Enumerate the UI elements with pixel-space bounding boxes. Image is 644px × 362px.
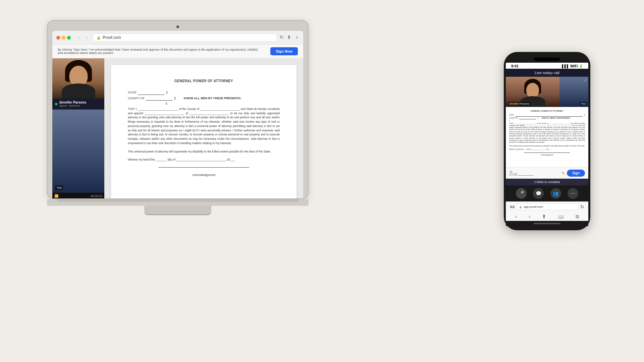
- signature-line: [158, 167, 250, 168]
- browser-actions: ↻ ⬆ ＋: [280, 35, 299, 41]
- you-video: You: [52, 110, 104, 193]
- jennifer-photo: [52, 58, 104, 99]
- know-all-text: KNOW ALL MEN BY THESE PRESENTS:: [184, 96, 241, 101]
- phone-doc-universal: This universal power of attorney will su…: [509, 145, 585, 147]
- phone-edit-icon[interactable]: ✏️: [561, 172, 565, 175]
- video-bar-icon: 📶: [54, 194, 58, 198]
- document-area: GENERAL POWER OF ATTORNEY STATE § COUNTY…: [104, 58, 303, 198]
- doc-paragraph-1: THAT I, _________________________ of the…: [128, 107, 280, 145]
- sign-button-area: ✏️ Sign: [561, 170, 585, 177]
- home-indicator-area: [506, 221, 588, 226]
- laptop-screen-outer: ‹ › 🔒 Proof.com ↻ ⬆ ＋ By clicking: [47, 20, 309, 199]
- sign-now-button[interactable]: Sign Now: [270, 47, 298, 55]
- you-label: You: [55, 185, 63, 190]
- close-dot[interactable]: [56, 36, 60, 40]
- phone-status-icons: ▌▌▌ WiFi 🔋: [562, 64, 583, 68]
- phone-status-bar: 9:41 ▌▌▌ WiFi 🔋: [506, 63, 588, 69]
- tabs-nav-icon[interactable]: ⧉: [576, 214, 579, 220]
- lock-icon: 🔒: [97, 36, 101, 40]
- url-bar[interactable]: 🔒 Proof.com: [93, 34, 277, 42]
- laptop-camera: [176, 25, 179, 28]
- signer-role: Signer · (she/her): [59, 104, 86, 107]
- video-toolbar: 📶 00:00:22: [52, 193, 104, 198]
- maximize-dot[interactable]: [67, 36, 71, 40]
- video-sidebar: Jennifer Parsons Signer · (she/her) You …: [52, 58, 104, 198]
- new-tab-icon[interactable]: ＋: [294, 35, 299, 41]
- phone-outer: 9:41 ▌▌▌ WiFi 🔋 Live notary call: [504, 52, 590, 230]
- phone-sign-button[interactable]: Sign: [567, 170, 585, 177]
- phone-video-area: Jennifer Parsons ⤢ You: [506, 77, 588, 107]
- bookmark-nav-icon[interactable]: 📖: [558, 214, 564, 220]
- phone-url-bar[interactable]: 🔒 app.proof.com: [516, 203, 579, 210]
- phone-section-2: §: [537, 117, 538, 119]
- laptop-stand: [144, 206, 211, 215]
- forward-button[interactable]: ›: [84, 35, 90, 41]
- phone-notch: [534, 58, 560, 61]
- county-field[interactable]: [146, 96, 173, 101]
- phone-section-1: §: [584, 114, 585, 116]
- chat-button[interactable]: 💬: [533, 188, 544, 199]
- people-button[interactable]: 👥: [550, 188, 561, 199]
- more-button[interactable]: ⋯: [568, 188, 578, 199]
- phone-sign-section: 'TE JTY OF ____________ ✏️ Sign: [506, 167, 588, 179]
- county-label: COUNTY OF: [128, 96, 145, 101]
- share-icon[interactable]: ⬆: [287, 35, 291, 41]
- people-icon: 👥: [553, 191, 558, 196]
- share-nav-icon[interactable]: ⬆: [542, 214, 546, 220]
- phone-video-jennifer: Jennifer Parsons: [506, 77, 559, 107]
- back-nav-icon[interactable]: ‹: [515, 214, 517, 220]
- sign-bar-text: By clicking "Sign Now," I've acknowledge…: [58, 48, 259, 55]
- phone-state-label: STATE: [509, 114, 514, 116]
- phone-doc-paragraph: THAT I, _________________________ of the…: [509, 123, 585, 144]
- notary-call-header: Live notary call: [506, 69, 588, 77]
- laptop-base: [47, 199, 309, 206]
- home-bar: [534, 223, 560, 224]
- scene: ‹ › 🔒 Proof.com ↻ ⬆ ＋ By clicking: [0, 0, 644, 362]
- phone-acknowledgement: Acknowledgement: [509, 154, 585, 156]
- phone-toolbar: 🎤 💬 👥 ⋯: [506, 185, 588, 201]
- chat-icon: 💬: [536, 191, 541, 196]
- refresh-icon[interactable]: ↻: [280, 35, 284, 41]
- section-symbol-1: §: [166, 90, 168, 95]
- forward-nav-icon[interactable]: ›: [529, 214, 530, 220]
- more-icon: ⋯: [571, 191, 575, 196]
- doc-paragraph-2: This universal power of attorney will su…: [128, 149, 280, 154]
- phone-county-label: COUNTY OF: [509, 117, 518, 119]
- jennifer-video: [52, 58, 104, 99]
- phone-know-all: KNOW ALL MEN BY THESE PRESENTS:: [542, 117, 571, 119]
- acknowledgement-label: Acknowledgement: [128, 173, 280, 177]
- minimize-dot[interactable]: [62, 36, 65, 40]
- phone-bottom-browser: AA 🔒 app.proof.com ↻: [506, 201, 588, 212]
- mic-button[interactable]: 🎤: [516, 188, 527, 199]
- browser-dots: [56, 36, 71, 40]
- laptop-screen: ‹ › 🔒 Proof.com ↻ ⬆ ＋ By clicking: [52, 31, 303, 198]
- phone-screen: 9:41 ▌▌▌ WiFi 🔋 Live notary call: [506, 63, 588, 226]
- call-timer: 00:00:22: [91, 194, 102, 198]
- phone-font-size[interactable]: AA: [510, 205, 515, 209]
- phone-section-3: §: [509, 120, 510, 122]
- phone: 9:41 ▌▌▌ WiFi 🔋 Live notary call: [504, 52, 590, 230]
- browser-content: Jennifer Parsons Signer · (she/her) You …: [52, 58, 303, 198]
- phone-sign-mini-1: 'TE: [509, 171, 534, 173]
- phone-lock-icon: 🔒: [519, 205, 522, 208]
- back-button[interactable]: ‹: [76, 35, 82, 41]
- witness-line: Witness my hand this _______ day of ____…: [128, 158, 280, 162]
- phone-url-text: app.proof.com: [524, 205, 543, 208]
- expand-icon[interactable]: ⤢: [584, 78, 587, 82]
- you-video-label: You: [580, 102, 587, 106]
- jennifer-video-label: Jennifer Parsons: [508, 102, 531, 106]
- sign-now-bar: By clicking "Sign Now," I've acknowledge…: [52, 45, 303, 58]
- section-row-3: §: [128, 102, 280, 106]
- phone-notch-area: [506, 56, 588, 63]
- phone-video-you: ⤢ You: [559, 77, 588, 107]
- phone-fields-bar: 2 fields to complete: [506, 179, 588, 185]
- browser-chrome: ‹ › 🔒 Proof.com ↻ ⬆ ＋: [52, 31, 303, 45]
- phone-bottom-nav: ‹ › ⬆ 📖 ⧉: [506, 212, 588, 221]
- signal-icon: ▌▌▌: [562, 64, 569, 68]
- phone-reload-icon[interactable]: ↻: [580, 204, 584, 209]
- section-symbol-3: §: [166, 102, 167, 106]
- laptop: ‹ › 🔒 Proof.com ↻ ⬆ ＋ By clicking: [47, 20, 309, 215]
- state-field[interactable]: [138, 90, 165, 95]
- laptop-hinge: [57, 199, 299, 202]
- phone-witness: Witness my hand this ___ day of ________…: [509, 148, 585, 150]
